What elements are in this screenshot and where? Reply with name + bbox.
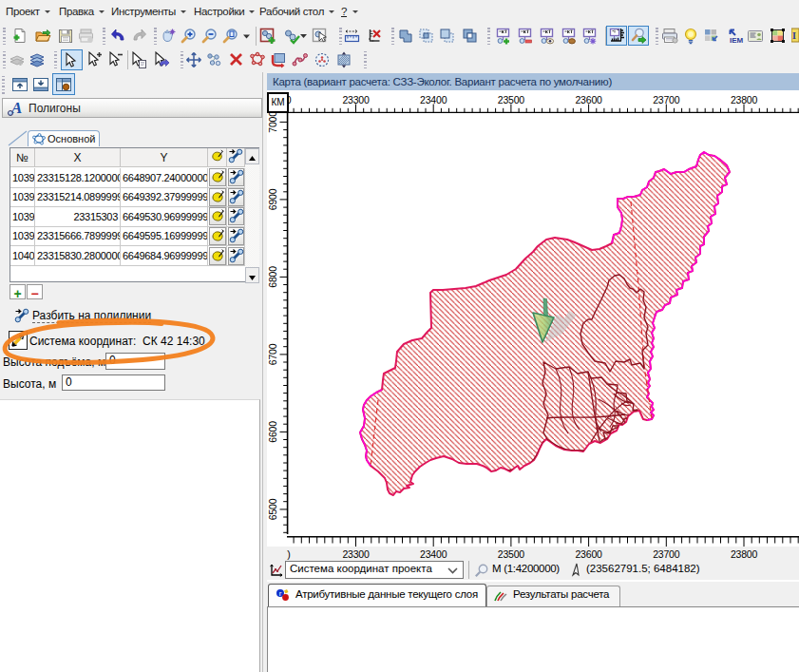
svg-text:23400: 23400 <box>420 94 447 106</box>
svg-text:I: I <box>792 30 796 41</box>
svg-text:23800: 23800 <box>731 94 758 106</box>
svg-text:23300: 23300 <box>342 94 370 106</box>
svg-text:23300: 23300 <box>342 548 370 560</box>
svg-text:23500: 23500 <box>498 548 525 560</box>
svg-text:23500: 23500 <box>498 94 525 106</box>
svg-text:г: г <box>279 589 282 598</box>
svg-text:23600: 23600 <box>575 548 602 560</box>
svg-text:7000: 7000 <box>267 113 278 133</box>
svg-text:23700: 23700 <box>653 94 680 106</box>
svg-text:0: 0 <box>289 94 292 106</box>
svg-text:6900: 6900 <box>267 188 278 210</box>
svg-text:6600: 6600 <box>267 421 278 443</box>
svg-text:6500: 6500 <box>267 498 278 520</box>
svg-text:): ) <box>287 548 290 560</box>
svg-text:23400: 23400 <box>420 548 447 560</box>
svg-text:23600: 23600 <box>575 94 602 106</box>
svg-text:6800: 6800 <box>267 266 278 288</box>
svg-text:23700: 23700 <box>653 548 680 560</box>
svg-text:23800: 23800 <box>731 548 758 560</box>
svg-text:6700: 6700 <box>267 343 278 365</box>
svg-text:IEM: IEM <box>730 36 744 45</box>
